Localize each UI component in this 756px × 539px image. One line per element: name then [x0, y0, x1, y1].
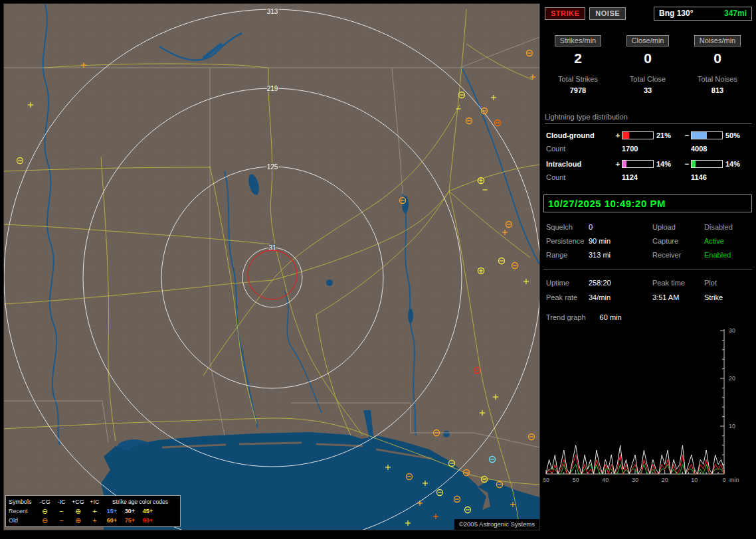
trend-header: Trend graph 60 min — [546, 313, 752, 321]
svg-text:40: 40 — [602, 477, 609, 483]
strike-button[interactable]: STRIKE — [545, 7, 585, 20]
neg-ic-old-icon: − — [53, 517, 70, 524]
distribution-title: Lightning type distribution — [545, 113, 752, 124]
ic-minus-bar — [691, 160, 723, 168]
separator — [543, 269, 752, 270]
map-svg: 31321912531 — [4, 4, 539, 530]
status-panel: STRIKE NOISE Bng 130° 347mi Strikes/min … — [543, 4, 752, 535]
cg-plus-count: 1700 — [622, 145, 654, 153]
svg-text:0: 0 — [722, 477, 725, 483]
cg-minus-pct: 50% — [723, 131, 752, 139]
svg-text:10: 10 — [691, 477, 698, 483]
receiver-status: Enabled — [704, 251, 752, 259]
close-per-min-button[interactable]: Close/min — [626, 35, 670, 46]
close-per-min-value: 0 — [616, 50, 680, 66]
plus-sign: + — [614, 131, 622, 139]
svg-text:313: 313 — [267, 8, 278, 15]
neg-cg-old-icon: ⊖ — [37, 517, 53, 524]
receiver-label: Receiver — [652, 251, 704, 259]
intracloud-count-row: Count 1124 1146 — [546, 173, 752, 181]
capture-status: Active — [704, 237, 752, 245]
age-30: 30+ — [121, 508, 139, 514]
close-per-min-column: Close/min 0 Total Close 33 — [616, 35, 680, 94]
nexstorm-app: { "header": { "strike_button": "STRIKE",… — [0, 0, 756, 539]
noise-button[interactable]: NOISE — [589, 7, 626, 20]
svg-text:125: 125 — [267, 163, 278, 171]
legend-col-neg-cg: -CG — [37, 499, 53, 505]
total-noises-value: 813 — [686, 86, 749, 94]
capture-label: Capture — [652, 237, 704, 245]
age-90: 90+ — [139, 517, 157, 524]
peak-rate-value: 34/min — [589, 293, 652, 301]
noises-per-min-button[interactable]: Noises/min — [694, 35, 741, 46]
trend-graph-label: Trend graph — [546, 313, 586, 321]
bearing-readout: Bng 130° 347mi — [654, 7, 752, 21]
svg-text:60: 60 — [543, 477, 549, 483]
age-15: 15+ — [103, 508, 121, 514]
range-label: Range — [546, 251, 589, 259]
rate-counters: Strikes/min 2 Total Strikes 7978 Close/m… — [543, 35, 752, 94]
minus-sign: − — [683, 131, 691, 139]
top-bar: STRIKE NOISE Bng 130° 347mi — [545, 7, 752, 21]
peak-time-value: 3:51 AM — [652, 293, 704, 301]
cg-count-label: Count — [546, 145, 614, 153]
map-legend: Symbols -CG -IC +CG +IC Strike age color… — [5, 495, 181, 527]
legend-col-pos-cg: +CG — [70, 499, 86, 505]
strikes-per-min-value: 2 — [546, 50, 610, 66]
svg-text:30: 30 — [632, 477, 638, 483]
svg-text:20: 20 — [729, 375, 735, 382]
cloud-ground-count-row: Count 1700 4008 — [546, 145, 752, 153]
squelch-value: 0 — [589, 223, 652, 231]
age-75: 75+ — [121, 517, 139, 524]
squelch-label: Squelch — [546, 223, 589, 231]
total-strikes-value: 7978 — [546, 86, 610, 94]
strikes-per-min-button[interactable]: Strikes/min — [555, 35, 601, 46]
bearing-label: Bng 130° — [659, 9, 693, 18]
upload-status: Disabled — [704, 223, 752, 231]
age-60: 60+ — [103, 517, 121, 524]
plot-label: Plot — [704, 279, 752, 287]
svg-text:20: 20 — [662, 477, 668, 483]
total-close-label: Total Close — [616, 75, 680, 83]
persistence-label: Persistence — [546, 237, 589, 245]
intracloud-row: Intracloud + 14% − 14% — [546, 160, 752, 168]
range-value: 313 mi — [589, 251, 652, 259]
legend-header: Symbols -CG -IC +CG +IC Strike age color… — [9, 497, 177, 506]
ic-count-label: Count — [546, 173, 614, 181]
legend-recent-row: Recent ⊖ − ⊕ + 15+ 30+ 45+ — [9, 506, 177, 516]
legend-old-row: Old ⊖ − ⊕ + 60+ 75+ 90+ — [9, 516, 177, 525]
cg-minus-bar — [691, 131, 723, 139]
cg-minus-count: 4008 — [691, 145, 723, 153]
pos-ic-old-icon: + — [86, 517, 103, 524]
cloud-ground-row: Cloud-ground + 21% − 50% — [546, 131, 752, 139]
stats-grid: Uptime 258:20 Peak time Plot Peak rate 3… — [546, 279, 752, 301]
cg-plus-bar — [622, 131, 654, 139]
minus-sign: − — [683, 160, 691, 168]
trend-graph: 6050403020100min302010 — [543, 327, 743, 490]
legend-symbols-header: Symbols — [9, 499, 37, 505]
pos-ic-recent-icon: + — [86, 508, 103, 514]
svg-text:219: 219 — [267, 85, 278, 92]
total-noises-label: Total Noises — [686, 75, 749, 83]
legend-col-neg-ic: -IC — [53, 499, 70, 505]
total-close-value: 33 — [616, 86, 680, 94]
ic-minus-count: 1146 — [691, 173, 723, 181]
bearing-value: 347mi — [724, 9, 747, 18]
svg-text:min: min — [729, 477, 739, 483]
svg-text:10: 10 — [729, 423, 735, 429]
cloud-ground-label: Cloud-ground — [546, 131, 614, 139]
noises-per-min-column: Noises/min 0 Total Noises 813 — [686, 35, 749, 94]
datetime-display: 10/27/2025 10:49:20 PM — [543, 194, 752, 212]
ic-plus-bar — [622, 160, 654, 168]
copyright-notice: ©2005 Astrogenic Systems — [454, 519, 539, 530]
plot-value: Strike — [704, 293, 752, 301]
age-45: 45+ — [139, 508, 157, 514]
legend-old-label: Old — [9, 517, 37, 524]
noises-per-min-value: 0 — [686, 50, 749, 66]
svg-text:30: 30 — [729, 327, 735, 334]
neg-ic-recent-icon: − — [53, 508, 70, 514]
legend-col-pos-ic: +IC — [86, 499, 103, 505]
lightning-map[interactable]: 31321912531 Symbols -CG -IC +CG +IC Stri… — [4, 4, 539, 530]
legend-age-title: Strike age color codes — [103, 499, 177, 505]
peak-time-label: Peak time — [652, 279, 704, 287]
